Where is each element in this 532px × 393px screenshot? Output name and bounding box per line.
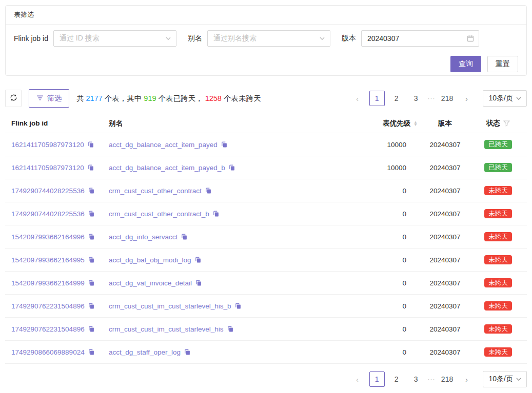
alias-link[interactable]: acct_dg_balance_acct_item_payed_b	[109, 164, 225, 172]
flink-job-id-link[interactable]: 1542097993662164995	[11, 256, 85, 264]
alias-select[interactable]: 通过别名搜索	[207, 30, 330, 47]
column-header-priority[interactable]: 表优先级 ▲▼	[354, 119, 421, 128]
row-flink-job-id-cell: 1749290744028225536	[5, 187, 106, 195]
copy-icon[interactable]	[194, 256, 202, 263]
next-page-button[interactable]: ›	[459, 91, 475, 106]
version-value: 20240307	[367, 34, 399, 43]
alias-link[interactable]: acct_dg_staff_oper_log	[109, 348, 181, 356]
row-status-cell: 未跨天	[469, 301, 527, 311]
page-ellipsis[interactable]: ···	[428, 376, 436, 383]
alias-link[interactable]: acct_dg_vat_invoice_detail	[109, 279, 192, 287]
copy-icon[interactable]	[181, 233, 188, 240]
alias-link[interactable]: acct_dg_info_servacct	[109, 233, 178, 241]
page-button-last[interactable]: 218	[440, 371, 455, 387]
flink-job-id-select[interactable]: 通过 ID 搜索	[53, 30, 176, 47]
flink-job-id-link[interactable]: 1542097993662164996	[11, 233, 85, 241]
alias-link[interactable]: crm_cust_cust_im_cust_starlevel_his	[109, 325, 224, 333]
page-size-select[interactable]: 10条/页	[483, 371, 527, 387]
row-version-cell: 20240307	[421, 141, 469, 149]
chevron-down-icon	[516, 376, 522, 382]
row-version-cell: 20240307	[421, 210, 469, 218]
copy-icon[interactable]	[88, 210, 95, 217]
table-header-row: Flink job id 别名 表优先级 ▲▼ 版本 状态	[5, 114, 527, 133]
row-alias-cell: acct_dg_info_servacct	[106, 233, 354, 241]
page-button-last[interactable]: 218	[440, 91, 455, 106]
flink-job-id-link[interactable]: 1621411705987973120	[11, 164, 84, 172]
status-badge: 未跨天	[484, 186, 512, 196]
filter-button[interactable]: 筛选	[29, 89, 69, 108]
filter-button-label: 筛选	[47, 94, 62, 103]
page-button-1[interactable]: 1	[369, 371, 385, 387]
flink-job-id-link[interactable]: 1749290762231504896	[11, 302, 85, 310]
copy-icon[interactable]	[87, 141, 94, 148]
chevron-down-icon	[319, 35, 325, 42]
row-flink-job-id-cell: 1621411705987973120	[5, 164, 106, 172]
copy-icon[interactable]	[88, 233, 95, 240]
flink-job-id-link[interactable]: 1749290744028225536	[11, 210, 85, 218]
alias-link[interactable]: acct_dg_bal_obj_modi_log	[109, 256, 191, 264]
alias-link[interactable]: crm_cust_cust_im_cust_starlevel_his_b	[109, 302, 231, 310]
refresh-button[interactable]	[5, 90, 22, 107]
table-row: 1749290744028225536 crm_cust_cust_other_…	[5, 202, 527, 225]
table-row: 1542097993662164996 acct_dg_info_servacc…	[5, 225, 527, 249]
row-alias-cell: acct_dg_bal_obj_modi_log	[106, 256, 354, 264]
status-badge: 未跨天	[484, 209, 512, 219]
row-alias-cell: crm_cust_cust_im_cust_starlevel_his	[106, 325, 354, 333]
copy-icon[interactable]	[88, 279, 95, 286]
copy-icon[interactable]	[88, 302, 95, 309]
filter-funnel-icon[interactable]	[503, 120, 510, 127]
copy-icon[interactable]	[87, 164, 94, 171]
reset-button[interactable]: 重置	[487, 56, 518, 72]
flink-job-id-placeholder: 通过 ID 搜索	[60, 34, 100, 43]
copy-icon[interactable]	[184, 348, 191, 356]
row-priority-cell: 0	[354, 233, 421, 241]
flink-job-id-link[interactable]: 1749290866069889024	[11, 348, 85, 356]
alias-link[interactable]: crm_cust_cust_other_contract	[109, 187, 202, 195]
page-button-2[interactable]: 2	[389, 91, 404, 106]
alias-link[interactable]: acct_dg_balance_acct_item_payed	[109, 141, 218, 149]
page-button-3[interactable]: 3	[408, 91, 424, 106]
copy-icon[interactable]	[88, 187, 95, 194]
status-badge: 未跨天	[484, 324, 512, 334]
toolbar: 筛选 共 2177 个表，其中 919 个表已跨天， 1258 个表未跨天 ‹ …	[5, 89, 527, 108]
copy-icon[interactable]	[88, 325, 95, 333]
copy-icon[interactable]	[212, 210, 220, 217]
row-version-cell: 20240307	[421, 256, 469, 264]
next-page-button[interactable]: ›	[459, 371, 475, 387]
copy-icon[interactable]	[205, 187, 212, 194]
flink-job-id-link[interactable]: 1749290762231504896	[11, 325, 85, 333]
prev-page-button[interactable]: ‹	[350, 371, 365, 387]
table-row: 1542097993662164995 acct_dg_bal_obj_modi…	[5, 249, 527, 272]
copy-icon[interactable]	[234, 302, 242, 309]
alias-link[interactable]: crm_cust_cust_other_contract_b	[109, 210, 209, 218]
copy-icon[interactable]	[195, 279, 202, 286]
copy-icon[interactable]	[88, 256, 95, 263]
page-button-2[interactable]: 2	[389, 371, 404, 387]
row-version-cell: 20240307	[421, 233, 469, 241]
page-button-3[interactable]: 3	[408, 371, 424, 387]
row-flink-job-id-cell: 1749290866069889024	[5, 348, 106, 356]
sort-carets-icon[interactable]: ▲▼	[413, 121, 418, 126]
query-button[interactable]: 查询	[450, 56, 481, 72]
summary-total-count: 2177	[86, 94, 103, 102]
page-button-1[interactable]: 1	[369, 91, 385, 106]
pagination-top: ‹ 1 2 3 ··· 218 › 10条/页	[350, 90, 527, 107]
summary-uncrossed-count: 1258	[205, 94, 222, 102]
copy-icon[interactable]	[227, 325, 234, 333]
flink-job-id-link[interactable]: 1749290744028225536	[11, 187, 85, 195]
row-status-cell: 未跨天	[469, 278, 527, 288]
page-ellipsis[interactable]: ···	[428, 95, 436, 102]
copy-icon[interactable]	[228, 164, 235, 171]
summary-part2: 个表，其中	[103, 94, 144, 102]
flink-job-id-link[interactable]: 1542097993662164999	[11, 279, 85, 287]
row-version-cell: 20240307	[421, 164, 469, 172]
row-priority-cell: 0	[354, 187, 421, 195]
status-badge: 未跨天	[484, 278, 512, 288]
copy-icon[interactable]	[221, 141, 228, 148]
page-size-select[interactable]: 10条/页	[483, 90, 527, 107]
copy-icon[interactable]	[88, 348, 95, 356]
prev-page-button[interactable]: ‹	[350, 91, 365, 106]
version-date-input[interactable]: 20240307	[361, 30, 479, 47]
page-size-value: 10条/页	[489, 375, 513, 384]
flink-job-id-link[interactable]: 1621411705987973120	[11, 141, 84, 149]
